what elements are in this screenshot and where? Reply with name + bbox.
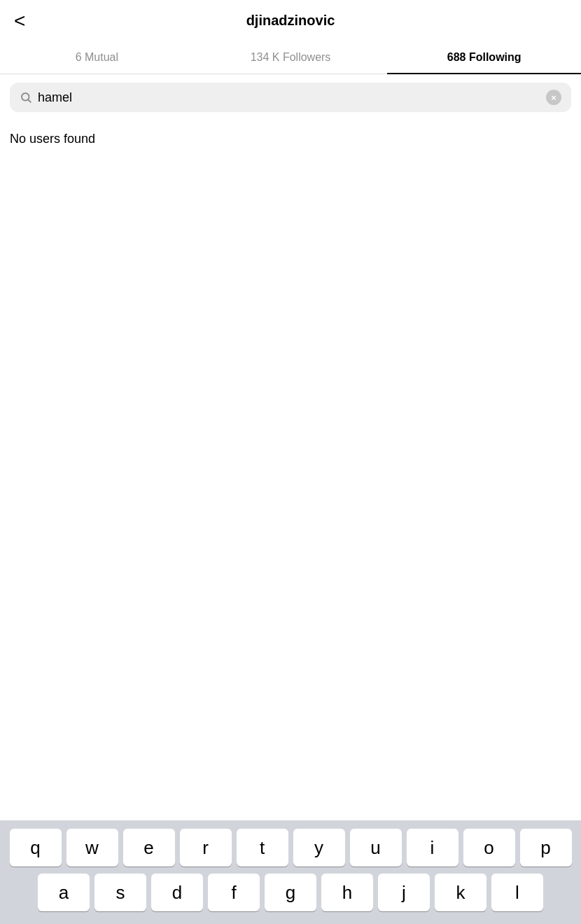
tab-followers[interactable]: 134 K Followers bbox=[194, 41, 388, 74]
key-p[interactable]: p bbox=[520, 829, 572, 867]
key-y[interactable]: y bbox=[293, 829, 345, 867]
key-i[interactable]: i bbox=[407, 829, 458, 867]
key-r[interactable]: r bbox=[180, 829, 232, 867]
page-title: djinadzinovic bbox=[246, 13, 335, 29]
key-q[interactable]: q bbox=[10, 829, 62, 867]
key-e[interactable]: e bbox=[123, 829, 175, 867]
key-t[interactable]: t bbox=[237, 829, 288, 867]
key-s[interactable]: s bbox=[94, 874, 146, 911]
key-a[interactable]: a bbox=[38, 874, 90, 911]
search-icon bbox=[20, 91, 32, 104]
clear-button[interactable]: × bbox=[546, 90, 561, 105]
empty-state-message: No users found bbox=[0, 120, 581, 158]
back-button[interactable]: < bbox=[14, 11, 25, 31]
key-h[interactable]: h bbox=[321, 874, 373, 911]
keyboard-row-1: q w e r t y u i o p bbox=[4, 829, 577, 867]
key-d[interactable]: d bbox=[151, 874, 203, 911]
key-u[interactable]: u bbox=[350, 829, 402, 867]
keyboard[interactable]: q w e r t y u i o p a s d f g h j k l bbox=[0, 820, 581, 924]
key-w[interactable]: w bbox=[66, 829, 118, 867]
tab-mutual[interactable]: 6 Mutual bbox=[0, 41, 194, 74]
key-o[interactable]: o bbox=[463, 829, 515, 867]
svg-line-1 bbox=[28, 99, 30, 102]
key-k[interactable]: k bbox=[435, 874, 486, 911]
search-container: × bbox=[0, 74, 581, 120]
keyboard-row-2: a s d f g h j k l bbox=[4, 874, 577, 911]
key-g[interactable]: g bbox=[265, 874, 316, 911]
key-j[interactable]: j bbox=[378, 874, 430, 911]
search-bar: × bbox=[10, 83, 571, 112]
search-input[interactable] bbox=[38, 90, 546, 105]
key-f[interactable]: f bbox=[208, 874, 260, 911]
header: < djinadzinovic bbox=[0, 0, 581, 41]
tabs-container: 6 Mutual 134 K Followers 688 Following bbox=[0, 41, 581, 74]
key-l[interactable]: l bbox=[491, 874, 543, 911]
tab-following[interactable]: 688 Following bbox=[387, 41, 581, 74]
